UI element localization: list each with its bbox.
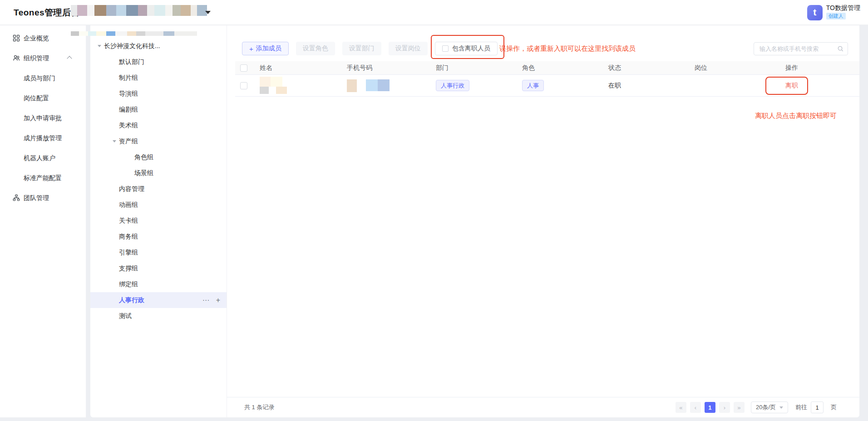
caret-down-icon	[779, 406, 783, 409]
redacted-phone-number	[347, 78, 397, 93]
tree-item[interactable]: 测试	[90, 308, 227, 324]
column-header-status: 状态	[601, 61, 687, 74]
tree-item[interactable]: 编剧组	[90, 102, 227, 117]
last-page-button[interactable]: »	[734, 402, 745, 413]
select-all-checkbox[interactable]	[240, 64, 247, 72]
tree-item-assets-group[interactable]: 资产组	[90, 133, 227, 149]
annotation-text-bottom: 离职人员点击离职按钮即可	[755, 112, 837, 120]
record-count: 共 1 条记录	[244, 403, 274, 411]
user-name: TO数据管理	[826, 4, 860, 12]
org-chart-icon	[13, 194, 20, 201]
search-input[interactable]	[754, 42, 848, 55]
sidebar-item-organization[interactable]: 组织管理	[0, 48, 86, 68]
more-icon[interactable]: ···	[202, 292, 210, 308]
tree-item[interactable]: 制片组	[90, 70, 227, 86]
tree-item-default-dept[interactable]: 默认部门	[90, 54, 227, 70]
column-header-department: 部门	[429, 61, 515, 74]
column-header-phone: 手机号码	[340, 61, 429, 74]
tree-item-root[interactable]: 长沙神漫文化科技...	[90, 38, 227, 54]
app-logo: Teones管理后台	[14, 0, 80, 25]
sidebar-item-film-playback[interactable]: 成片播放管理	[0, 128, 86, 148]
plus-icon: +	[249, 45, 253, 53]
checkbox-icon[interactable]	[442, 45, 449, 52]
main-sidebar: 企业概览 组织管理 成员与部门 岗位配置 加入申请审批 成片播放管理 机器人账户…	[0, 25, 86, 417]
chevron-up-icon	[67, 56, 72, 61]
role-tag: 人事	[522, 80, 544, 91]
redacted-company-name-row2	[71, 20, 212, 36]
column-header-post: 岗位	[687, 61, 778, 74]
page-unit-label: 页	[831, 403, 837, 411]
include-resigned-checkbox-button[interactable]: 包含离职人员	[435, 42, 498, 55]
department-tag: 人事行政	[436, 80, 469, 91]
prev-page-button[interactable]: ‹	[690, 402, 701, 413]
user-role-badge: 创建人	[826, 13, 846, 20]
sidebar-item-members-departments[interactable]: 成员与部门	[0, 68, 86, 88]
tree-item[interactable]: 关卡组	[90, 213, 227, 229]
redacted-member-name	[260, 76, 296, 96]
app-window: Teones管理后台 t TO数据管理 创建人 企业概览 组织管理 成员与部门 …	[0, 0, 868, 421]
top-header: Teones管理后台 t TO数据管理 创建人	[0, 0, 868, 25]
goto-label: 前往	[795, 403, 807, 411]
set-post-button[interactable]: 设置岗位	[389, 42, 428, 55]
tree-item[interactable]: 引擎组	[90, 245, 227, 260]
row-checkbox[interactable]	[240, 82, 247, 89]
user-avatar[interactable]: t	[807, 5, 823, 20]
table-row: 人事行政 人事 在职 离职	[235, 75, 859, 97]
first-page-button[interactable]: «	[676, 402, 686, 413]
add-department-icon[interactable]: +	[216, 292, 220, 308]
column-header-role: 角色	[515, 61, 601, 74]
caret-down-icon[interactable]	[98, 45, 101, 47]
set-department-button[interactable]: 设置部门	[342, 42, 381, 55]
tree-item[interactable]: 角色组	[90, 149, 227, 165]
tree-item[interactable]: 内容管理	[90, 181, 227, 197]
next-page-button[interactable]: ›	[719, 402, 730, 413]
goto-page-input[interactable]	[811, 401, 824, 413]
grid-icon	[13, 34, 20, 42]
content-card: 长沙神漫文化科技... 默认部门 制片组 导演组 编剧组 美术组 资产组 角色组…	[90, 25, 859, 417]
sidebar-item-label: 组织管理	[24, 54, 49, 62]
tree-item[interactable]: 导演组	[90, 86, 227, 102]
user-menu[interactable]: t TO数据管理 创建人	[807, 4, 860, 20]
sidebar-item-team-management[interactable]: 团队管理	[0, 188, 86, 208]
page-size-select[interactable]: 20条/页	[751, 401, 788, 413]
column-header-name: 姓名	[252, 61, 340, 74]
resign-action-link[interactable]: 离职	[785, 82, 798, 90]
members-table: 姓名 手机号码 部门 角色 状态 岗位 操作 人事行政 人事 在职	[235, 61, 859, 97]
caret-down-icon[interactable]	[113, 140, 116, 142]
current-page-button[interactable]: 1	[705, 402, 715, 413]
set-role-button[interactable]: 设置角色	[296, 42, 335, 55]
sidebar-item-post-config[interactable]: 岗位配置	[0, 88, 86, 108]
status-value: 在职	[601, 75, 687, 96]
pagination: « ‹ 1 › » 20条/页 前往 页	[676, 401, 837, 413]
people-icon	[13, 54, 20, 62]
tree-item[interactable]: 美术组	[90, 117, 227, 133]
sidebar-item-join-approval[interactable]: 加入申请审批	[0, 108, 86, 128]
search-box	[754, 42, 848, 55]
tree-item[interactable]: 动画组	[90, 197, 227, 213]
add-member-button[interactable]: +添加成员	[242, 42, 289, 55]
tree-item[interactable]: 场景组	[90, 165, 227, 181]
search-icon[interactable]	[837, 45, 844, 52]
table-footer: 共 1 条记录 « ‹ 1 › » 20条/页 前往 页	[227, 397, 859, 417]
tree-item-hr-admin-selected[interactable]: 人事行政 ··· +	[90, 292, 227, 308]
sidebar-item-label: 企业概览	[24, 34, 49, 42]
post-value	[687, 75, 778, 96]
annotation-text-top: 误操作，或者重新入职可以在这里找到该成员	[499, 42, 636, 55]
column-header-action: 操作	[778, 61, 859, 74]
member-list-panel: +添加成员 设置角色 设置部门 设置岗位 包含离职人员 误操作，或者重新入职可以…	[227, 25, 859, 417]
sidebar-item-label: 团队管理	[24, 194, 49, 201]
sidebar-item-capacity-config[interactable]: 标准产能配置	[0, 168, 86, 188]
sidebar-item-robot-account[interactable]: 机器人账户	[0, 148, 86, 168]
company-dropdown-caret-icon[interactable]	[205, 11, 211, 14]
redacted-company-name	[71, 5, 212, 20]
tree-item[interactable]: 绑定组	[90, 276, 227, 292]
tree-item[interactable]: 商务组	[90, 229, 227, 245]
department-tree: 长沙神漫文化科技... 默认部门 制片组 导演组 编剧组 美术组 资产组 角色组…	[90, 25, 227, 417]
table-header-row: 姓名 手机号码 部门 角色 状态 岗位 操作	[235, 61, 859, 75]
tree-item[interactable]: 支撑组	[90, 260, 227, 276]
